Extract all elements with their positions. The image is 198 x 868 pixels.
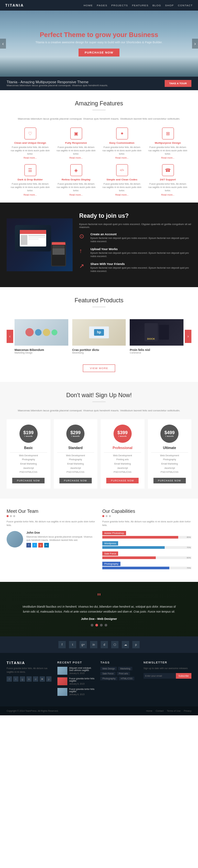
member-name-0: John Doe xyxy=(26,531,96,534)
footer-link-home[interactable]: Home xyxy=(146,710,153,712)
skills-list: Adobe Photoshop 85% Wordpress 70% Sale F… xyxy=(102,531,191,569)
join-item-0: ⊙ Create an Account Epsum factorial non … xyxy=(79,232,191,244)
footer-tag-2[interactable]: Sale Force xyxy=(100,672,116,675)
feature-item-1: ▣ Fully Responsive Fusce gravida tortor … xyxy=(56,128,96,159)
nav-shop[interactable]: SHOP xyxy=(165,4,174,7)
footer-tag-3[interactable]: Print arts xyxy=(117,672,130,675)
take-tour-button[interactable]: TAKE A TOUR xyxy=(165,80,191,87)
tdot-2[interactable] xyxy=(100,624,103,626)
footer-link-terms[interactable]: Terms of Use xyxy=(167,710,180,712)
skill-label-2: Sale Force xyxy=(102,552,118,556)
products-prev-arrow[interactable]: ‹ xyxy=(7,330,13,343)
buy-ultimate-button[interactable]: PURCHASE NOW xyxy=(154,478,186,484)
footer-tag-4[interactable]: Photography xyxy=(100,677,118,680)
footer-social-cloud[interactable]: ☁ xyxy=(122,641,129,648)
footer-tag-0[interactable]: Web Design xyxy=(100,667,117,671)
buy-basic-button[interactable]: PURCHASE NOW xyxy=(12,478,44,484)
footer-post-1: Fusce gravida tortor felis sagittis Janu… xyxy=(58,677,95,685)
feature-read-more-7[interactable]: Read more... xyxy=(147,194,188,196)
feature-read-more-2[interactable]: Read more... xyxy=(102,157,142,159)
footer-brand-social: f t g in d ▶ p xyxy=(7,676,52,682)
nav-blog[interactable]: BLOG xyxy=(153,4,161,7)
footer-post-0: Aliquam erat volutpat. Sed ultrices sagi… xyxy=(58,667,95,675)
footer-fi-gp[interactable]: g xyxy=(20,676,25,682)
footer-fi-tw[interactable]: t xyxy=(13,676,19,682)
join-content: Ready to join us? Epsum factorial non de… xyxy=(79,213,191,277)
social-gp[interactable]: g xyxy=(38,543,43,548)
footer-post-img-2 xyxy=(58,688,67,696)
feature-read-more-4[interactable]: Read more... xyxy=(10,194,51,196)
newsletter-subscribe-button[interactable]: Subscribe xyxy=(176,673,191,679)
footer-social-li[interactable]: in xyxy=(90,641,97,648)
features-title: Amazing Features xyxy=(10,100,188,107)
feature-title-2: Easy Customization xyxy=(102,142,142,145)
footer-fi-pi[interactable]: p xyxy=(46,676,52,682)
footer-post-date-0: January 8, 2015 xyxy=(69,672,95,674)
footer-social-fb[interactable]: f xyxy=(58,641,66,648)
footer-fi-li[interactable]: in xyxy=(26,676,32,682)
footer-post-2: Fusce gravida tortor felis sagittis Janu… xyxy=(58,688,95,696)
hero-prev-arrow[interactable]: ‹ xyxy=(0,39,6,49)
view-more-button[interactable]: VIEW MORE xyxy=(83,365,115,372)
nav-features[interactable]: FEATURES xyxy=(132,4,148,7)
team-title: Meet Our Team xyxy=(7,508,96,514)
buy-standard-button[interactable]: PURCHASE NOW xyxy=(59,478,92,484)
footer-link-privacy[interactable]: Privacy xyxy=(184,710,191,712)
footer-tag-5[interactable]: HTML/CSS xyxy=(119,677,134,680)
feature-desc-5: Fusce gravida tortor felis. Ab dictum ru… xyxy=(56,182,96,192)
join-item-desc-2: Epsum factorial non deposit quid pro nob… xyxy=(91,266,191,273)
footer-social-pi[interactable]: p xyxy=(132,641,140,648)
feature-item-5: ◈ Retina Graphic Display Fusce gravida t… xyxy=(56,164,96,196)
testimonial-text: Vestibulum blandit faucibus orci in hend… xyxy=(20,604,178,614)
footer-fi-di[interactable]: d xyxy=(33,676,38,682)
product-image-1: hp xyxy=(72,319,126,346)
footer-fi-fb[interactable]: f xyxy=(7,676,12,682)
nav-projects[interactable]: PROJECTS xyxy=(111,4,128,7)
feature-item-3: ⊞ Multipurpose Design Fusce gravida tort… xyxy=(147,128,188,159)
feature-read-more-1[interactable]: Read more... xyxy=(56,157,96,159)
testimonial-section: " Vestibulum blandit faucibus orci in he… xyxy=(0,582,198,637)
feature-read-more-5[interactable]: Read more... xyxy=(56,194,96,196)
feature-read-more-6[interactable]: Read more... xyxy=(102,194,142,196)
nav-pages[interactable]: PAGES xyxy=(97,4,107,7)
footer-link-contact[interactable]: Contact xyxy=(156,710,164,712)
footer-fi-yt[interactable]: ▶ xyxy=(40,676,45,682)
social-li[interactable]: in xyxy=(44,543,49,548)
feature-read-more-3[interactable]: Read more... xyxy=(147,157,188,159)
social-tw[interactable]: t xyxy=(32,543,37,548)
skill-fill-2 xyxy=(102,556,156,559)
price-features-basic: Web Development Photography Email Market… xyxy=(10,452,47,474)
purchase-button[interactable]: PURCHASE NOW xyxy=(78,49,119,57)
nav-contact[interactable]: CONTACT xyxy=(178,4,193,7)
footer-social-gp[interactable]: g+ xyxy=(79,641,87,648)
cap-divider-dot-3 xyxy=(109,515,111,517)
hero-next-arrow[interactable]: › xyxy=(192,39,198,49)
footer-social-tw[interactable]: t xyxy=(69,641,76,648)
product-category-0: Marketing Design xyxy=(14,351,68,354)
products-carousel: ‹ Maecenas Bibendum Marketing Design xyxy=(7,314,191,359)
social-fb[interactable]: f xyxy=(26,543,31,548)
tdot-1[interactable] xyxy=(95,624,98,626)
feature-desc-2: Fusce gravida tortor felis. Ab dictum ru… xyxy=(102,146,142,155)
nav-home[interactable]: HOME xyxy=(84,4,93,7)
footer-social-di[interactable]: d xyxy=(101,641,108,648)
newsletter-email-input[interactable] xyxy=(143,673,176,679)
price-features-ultimate: Web Development Photography Email Market… xyxy=(151,452,189,474)
footer-social-digg[interactable]: ⬡ xyxy=(111,641,119,648)
join-item-1: ↑ Upload Your Works Epsum factorial non … xyxy=(79,247,191,258)
products-next-arrow[interactable]: › xyxy=(185,330,191,343)
capabilities-subtitle: Fusce gravida tortor felis. Ab dictum ru… xyxy=(102,520,191,527)
navbar-links: HOME PAGES PROJECTS FEATURES BLOG SHOP C… xyxy=(84,4,193,7)
testimonial-author: John Doe - Web Designer xyxy=(20,617,178,621)
feature-item-2: ✦ Easy Customization Fusce gravida torto… xyxy=(102,128,142,159)
buy-professional-button[interactable]: PURCHASE NOW xyxy=(106,478,139,484)
tdot-3[interactable] xyxy=(105,624,107,626)
feature-read-more-0[interactable]: Read more... xyxy=(10,157,51,159)
feature-title-1: Fully Responsive xyxy=(56,142,96,145)
hero-section: ‹ Perfect Theme to grow your Business Ti… xyxy=(0,10,198,76)
footer-tag-1[interactable]: Marketing xyxy=(118,667,132,671)
footer-newsletter-title: NEWSLETTER xyxy=(143,661,191,664)
product-image-2: DOCK xyxy=(130,319,184,346)
tdot-0[interactable] xyxy=(91,624,93,626)
feature-icon-3: ⊞ xyxy=(162,128,174,140)
